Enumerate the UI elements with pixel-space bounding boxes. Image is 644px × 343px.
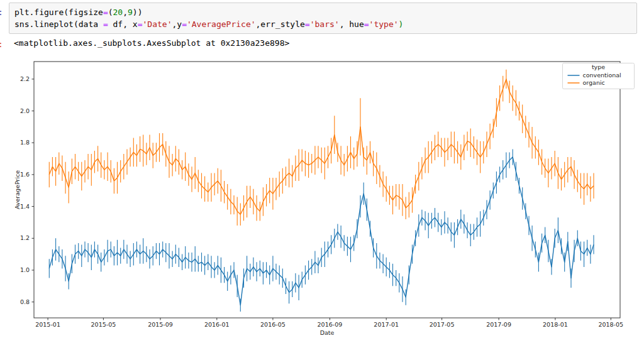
code-token: = bbox=[138, 19, 143, 29]
x-axis-label: Date bbox=[320, 329, 335, 336]
legend-title: type bbox=[592, 63, 605, 70]
code-token: ,err_style bbox=[256, 19, 305, 29]
y-axis-label: AveragePrice bbox=[14, 170, 21, 209]
code-token: = bbox=[364, 19, 369, 29]
in-prompt-fragment: : bbox=[0, 8, 3, 18]
y-tick-label: 1.0 bbox=[20, 266, 30, 273]
code-token: 'type' bbox=[369, 19, 399, 29]
legend-label-organic: organic bbox=[583, 79, 605, 86]
x-tick-label: 2018-05 bbox=[598, 321, 623, 328]
x-tick-label: 2016-09 bbox=[318, 321, 343, 328]
x-tick-label: 2015-05 bbox=[91, 321, 116, 328]
out-prompt-fragment: : bbox=[0, 40, 3, 50]
code-token: plt.figure(figsize bbox=[14, 8, 103, 17]
code-token: df, x bbox=[108, 19, 138, 29]
line-organic bbox=[49, 79, 594, 214]
code-line-2[interactable]: sns.lineplot(data = df, x='Date',y='Aver… bbox=[14, 18, 631, 30]
code-token: = bbox=[182, 19, 187, 29]
code-token: )) bbox=[133, 8, 143, 17]
code-token: 'Date' bbox=[143, 19, 172, 29]
y-tick-label: 1.6 bbox=[20, 171, 30, 178]
code-token: ( bbox=[108, 8, 113, 17]
y-tick-label: 1.8 bbox=[20, 139, 30, 146]
y-tick-label: 1.4 bbox=[20, 203, 30, 210]
code-token: ) bbox=[399, 19, 404, 29]
plot-frame bbox=[34, 62, 620, 318]
y-tick-label: 0.8 bbox=[20, 298, 30, 305]
y-tick-label: 2.0 bbox=[20, 107, 30, 114]
legend-label-conventional: conventional bbox=[583, 72, 621, 79]
line-conventional bbox=[49, 157, 594, 305]
code-cell[interactable]: plt.figure(figsize=(20,9)) sns.lineplot(… bbox=[9, 3, 637, 34]
code-token: 20 bbox=[113, 8, 123, 17]
y-tick-label: 1.2 bbox=[20, 234, 30, 241]
lineplot-figure: 2015-012015-052015-092016-012016-052016-… bbox=[0, 54, 644, 343]
x-tick-label: 2017-01 bbox=[374, 321, 399, 328]
output-repr-text: <matplotlib.axes._subplots.AxesSubplot a… bbox=[14, 38, 289, 48]
x-tick-label: 2017-05 bbox=[430, 321, 455, 328]
code-token: , bbox=[123, 8, 128, 17]
code-token: 9 bbox=[128, 8, 133, 17]
code-line-1[interactable]: plt.figure(figsize=(20,9)) bbox=[14, 6, 631, 18]
x-tick-label: 2017-09 bbox=[486, 321, 511, 328]
x-tick-label: 2015-01 bbox=[35, 321, 60, 328]
code-token: = bbox=[305, 19, 310, 29]
x-tick-label: 2018-01 bbox=[543, 321, 568, 328]
code-token: 'bars' bbox=[310, 19, 340, 29]
y-tick-label: 2.2 bbox=[20, 75, 30, 82]
code-token: ,y bbox=[172, 19, 182, 29]
code-token: = bbox=[103, 8, 108, 17]
x-tick-label: 2015-09 bbox=[148, 321, 173, 328]
x-tick-label: 2016-01 bbox=[204, 321, 230, 328]
code-token: = bbox=[103, 19, 108, 29]
code-token: sns.lineplot(data bbox=[14, 19, 103, 29]
code-token: 'AveragePrice' bbox=[187, 19, 256, 29]
code-token: , hue bbox=[340, 19, 364, 29]
x-tick-label: 2016-05 bbox=[260, 321, 286, 328]
